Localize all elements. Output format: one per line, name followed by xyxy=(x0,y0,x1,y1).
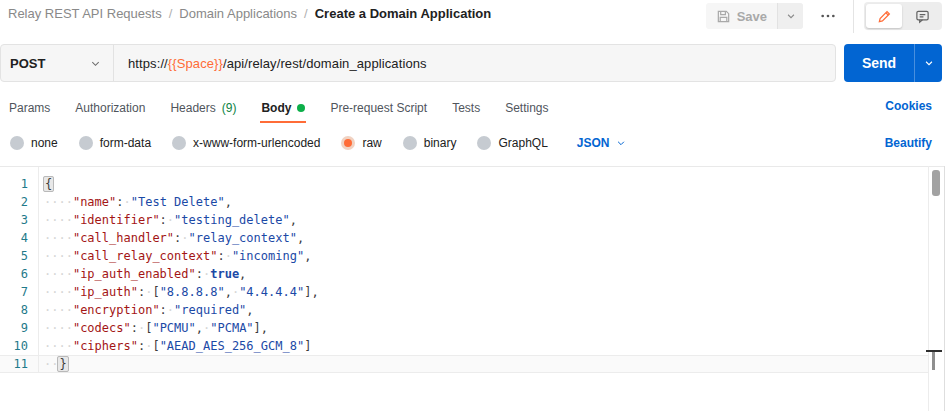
line-content[interactable]: ····"name":·"Test Delete", xyxy=(39,193,232,211)
body-mode-form-data[interactable]: form-data xyxy=(79,136,151,150)
editor-rows: 1{2····"name":·"Test Delete",3····"ident… xyxy=(0,175,928,373)
scrollbar-thumb[interactable] xyxy=(932,170,940,196)
token-key: "ciphers" xyxy=(73,339,138,353)
save-control: Save xyxy=(706,3,803,29)
editor-line[interactable]: 11··} xyxy=(0,355,928,373)
editor-line[interactable]: 4····"call_handler":·"relay_context", xyxy=(0,229,928,247)
line-content[interactable]: ····"ciphers":·["AEAD_AES_256_GCM_8"] xyxy=(39,337,311,355)
chevron-down-icon xyxy=(90,58,101,69)
header-bar: Relay REST API Requests / Domain Applica… xyxy=(0,0,952,32)
body-mode-none[interactable]: none xyxy=(10,136,58,150)
save-options-button[interactable] xyxy=(777,3,803,29)
token-punc: [ xyxy=(152,285,159,299)
breadcrumb-request-name[interactable]: Create a Domain Application xyxy=(315,6,492,21)
line-content[interactable]: ····"call_relay_context":·"incoming", xyxy=(39,247,311,265)
edit-mode-button[interactable] xyxy=(866,4,902,28)
tab-params[interactable]: Params xyxy=(8,94,51,123)
token-ws: · xyxy=(167,213,174,227)
breadcrumb-folder[interactable]: Domain Applications xyxy=(179,6,297,21)
line-content[interactable]: ····"call_handler":·"relay_context", xyxy=(39,229,304,247)
send-button[interactable]: Send xyxy=(844,44,914,82)
body-mode-raw[interactable]: raw xyxy=(341,136,381,150)
beautify-link[interactable]: Beautify xyxy=(885,136,932,150)
token-punc: , xyxy=(196,321,203,335)
body-code-editor[interactable]: 1{2····"name":·"Test Delete",3····"ident… xyxy=(0,166,944,372)
tab-headers[interactable]: Headers(9) xyxy=(169,94,237,123)
token-bool: true xyxy=(210,267,239,281)
token-str: "AEAD_AES_256_GCM_8" xyxy=(160,339,305,353)
body-mode-x-www-form-urlencoded[interactable]: x-www-form-urlencoded xyxy=(172,136,320,150)
token-str: "PCMU" xyxy=(152,321,195,335)
line-content[interactable]: { xyxy=(39,175,53,193)
tab-settings[interactable]: Settings xyxy=(504,94,549,123)
method-select[interactable]: POST xyxy=(1,45,114,81)
token-key: "call_relay_context" xyxy=(73,249,218,263)
editor-line[interactable]: 6····"ip_auth_enabled":·true, xyxy=(0,265,928,283)
editor-line[interactable]: 7····"ip_auth":·["8.8.8.8",·"4.4.4.4"], xyxy=(0,283,928,301)
radio-icon xyxy=(477,136,491,150)
breadcrumb-collection[interactable]: Relay REST API Requests xyxy=(8,6,162,21)
scrollbar-track[interactable] xyxy=(928,166,929,411)
breadcrumb: Relay REST API Requests / Domain Applica… xyxy=(8,6,491,21)
line-content[interactable]: ··} xyxy=(39,355,68,373)
save-button[interactable]: Save xyxy=(706,3,777,29)
line-content[interactable]: ····"codecs":·["PCMU",·"PCMA"], xyxy=(39,319,268,337)
token-key: "identifier" xyxy=(73,213,160,227)
token-ws: ···· xyxy=(44,285,73,299)
editor-line[interactable]: 10····"ciphers":·["AEAD_AES_256_GCM_8"] xyxy=(0,337,928,355)
token-punc: , xyxy=(246,303,253,317)
language-select[interactable]: JSON xyxy=(577,136,626,150)
tab-label: Tests xyxy=(452,101,480,115)
line-number: 1 xyxy=(0,175,39,193)
editor-line[interactable]: 5····"call_relay_context":·"incoming", xyxy=(0,247,928,265)
body-mode-label: GraphQL xyxy=(498,136,547,150)
line-number: 8 xyxy=(0,301,39,319)
cookies-link[interactable]: Cookies xyxy=(885,99,932,113)
token-brace: { xyxy=(43,176,54,192)
tab-label: Pre-request Script xyxy=(330,101,427,115)
tab-body[interactable]: Body xyxy=(260,94,306,123)
editor-line[interactable]: 2····"name":·"Test Delete", xyxy=(0,193,928,211)
comments-button[interactable] xyxy=(904,4,940,28)
token-str: "Test Delete" xyxy=(131,195,225,209)
body-mode-label: form-data xyxy=(100,136,151,150)
body-mode-label: binary xyxy=(424,136,457,150)
floppy-disk-icon xyxy=(716,9,731,24)
breadcrumb-separator: / xyxy=(169,6,173,21)
line-number: 4 xyxy=(0,229,39,247)
token-ws: ···· xyxy=(44,213,73,227)
request-bar: POST https://{{Space}}/api/relay/rest/do… xyxy=(0,44,952,82)
token-punc: , xyxy=(297,231,304,245)
token-ws: ···· xyxy=(44,249,73,263)
token-str: "required" xyxy=(174,303,246,317)
body-mode-label: x-www-form-urlencoded xyxy=(193,136,320,150)
body-mode-binary[interactable]: binary xyxy=(403,136,457,150)
line-content[interactable]: ····"ip_auth":·["8.8.8.8",·"4.4.4.4"], xyxy=(39,283,319,301)
token-ws: ···· xyxy=(44,195,73,209)
send-button-label: Send xyxy=(862,55,896,71)
line-content[interactable]: ····"ip_auth_enabled":·true, xyxy=(39,265,246,283)
line-number: 10 xyxy=(0,337,39,355)
editor-line[interactable]: 8····"encryption":·"required", xyxy=(0,301,928,319)
more-options-button[interactable] xyxy=(813,3,843,29)
editor-line[interactable]: 9····"codecs":·["PCMU",·"PCMA"], xyxy=(0,319,928,337)
token-str: "incoming" xyxy=(232,249,304,263)
line-number: 3 xyxy=(0,211,39,229)
text-cursor-icon xyxy=(926,350,942,372)
tab-authorization[interactable]: Authorization xyxy=(74,94,146,123)
line-content[interactable]: ····"encryption":·"required", xyxy=(39,301,254,319)
gutter-divider xyxy=(38,167,39,373)
tab-tests[interactable]: Tests xyxy=(451,94,481,123)
tab-label: Authorization xyxy=(75,101,145,115)
tab-label: Settings xyxy=(505,101,548,115)
url-input[interactable]: https://{{Space}}/api/relay/rest/domain_… xyxy=(114,56,835,71)
tab-label: Headers xyxy=(170,101,215,115)
body-mode-graphql[interactable]: GraphQL xyxy=(477,136,547,150)
comment-bubble-icon xyxy=(915,9,930,24)
editor-line[interactable]: 3····"identifier":·"testing_delete", xyxy=(0,211,928,229)
tab-pre-request-script[interactable]: Pre-request Script xyxy=(329,94,428,123)
line-content[interactable]: ····"identifier":·"testing_delete", xyxy=(39,211,297,229)
token-punc: : xyxy=(217,249,224,263)
editor-line[interactable]: 1{ xyxy=(0,175,928,193)
send-options-button[interactable] xyxy=(914,44,942,82)
